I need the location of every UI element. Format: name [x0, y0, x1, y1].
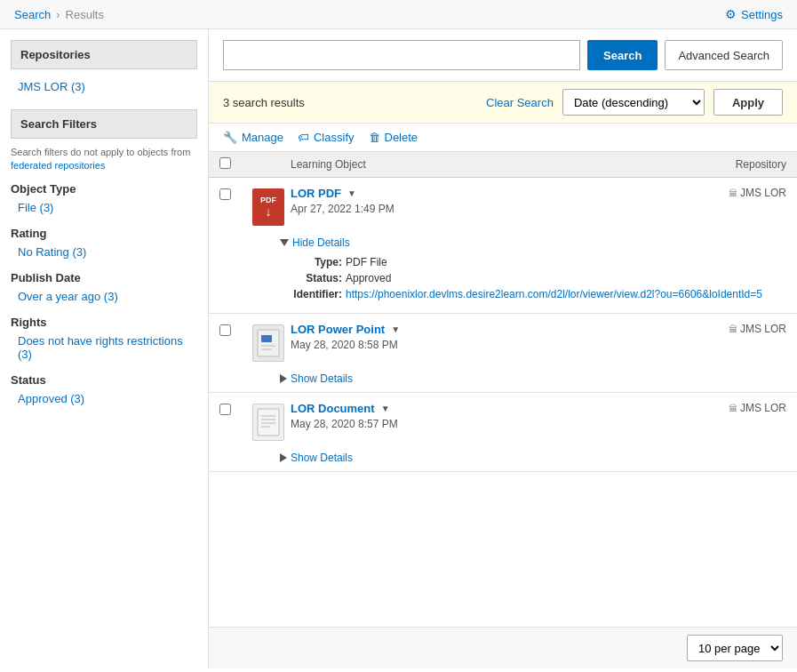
detail-status-row: Status: Approved [280, 272, 786, 284]
result-repo-1: 🏛 JMS LOR [706, 187, 786, 199]
toolbar-row: 🔧 Manage 🏷 Classify 🗑 Delete [209, 124, 797, 152]
table-row: LOR Document ▼ May 28, 2020 8:57 PM 🏛 JM… [209, 393, 797, 472]
result-body-1: LOR PDF ▼ Apr 27, 2022 1:49 PM [291, 187, 706, 215]
repo-name-3: JMS LOR [740, 402, 786, 414]
classify-label: Classify [314, 131, 355, 144]
doc-icon [252, 404, 284, 441]
delete-label: Delete [385, 131, 418, 144]
table-row: LOR Power Point ▼ May 28, 2020 8:58 PM 🏛… [209, 314, 797, 393]
result-main-2: LOR Power Point ▼ May 28, 2020 8:58 PM 🏛… [209, 314, 797, 371]
search-button[interactable]: Search [587, 40, 658, 70]
table-row: PDF ↓ LOR PDF ▼ Apr 27, 2022 1:49 PM 🏛 [209, 178, 797, 314]
advanced-search-button[interactable]: Advanced Search [665, 40, 783, 70]
settings-label: Settings [741, 8, 783, 21]
repository-item-jms[interactable]: JMS LOR (3) [11, 76, 197, 97]
content-area: Search Advanced Search 3 search results … [209, 29, 797, 668]
wrench-icon: 🔧 [223, 131, 237, 144]
result-icon-1: PDF ↓ [246, 187, 291, 226]
footer-row: 10 per page 20 per page 50 per page [209, 627, 797, 668]
result-body-2: LOR Power Point ▼ May 28, 2020 8:58 PM [291, 323, 706, 351]
delete-button[interactable]: 🗑 Delete [369, 131, 418, 144]
result-title-3[interactable]: LOR Document [291, 402, 375, 415]
show-details-label-2: Show Details [291, 372, 353, 385]
header-object-col: Learning Object [291, 158, 706, 171]
rating-label: Rating [11, 227, 197, 240]
object-type-file[interactable]: File (3) [11, 197, 197, 218]
rating-no-rating[interactable]: No Rating (3) [11, 242, 197, 262]
details-section-1: Type: PDF File Status: Approved Identifi… [209, 256, 797, 313]
status-approved[interactable]: Approved (3) [11, 388, 197, 409]
clear-search[interactable]: Clear Search [486, 96, 554, 109]
publish-date-item[interactable]: Over a year ago (3) [11, 286, 197, 307]
repositories-section: Repositories JMS LOR (3) [11, 40, 197, 97]
result-date-1: Apr 27, 2022 1:49 PM [291, 203, 706, 215]
manage-button[interactable]: 🔧 Manage [223, 131, 283, 144]
filters-note: Search filters do not apply to objects f… [11, 146, 197, 173]
identifier-link[interactable]: https://phoenixlor.devlms.desire2learn.c… [346, 288, 762, 300]
top-bar: Search › Results ⚙ Settings [0, 0, 797, 29]
row-checkbox-2[interactable] [219, 323, 246, 339]
hide-details-label-1: Hide Details [292, 236, 350, 249]
result-main-3: LOR Document ▼ May 28, 2020 8:57 PM 🏛 JM… [209, 393, 797, 450]
result-date-3: May 28, 2020 8:57 PM [291, 418, 706, 430]
tag-icon: 🏷 [298, 131, 309, 144]
pdf-icon: PDF ↓ [252, 188, 284, 226]
header-checkbox-col [219, 157, 246, 172]
identifier-label: Identifier: [280, 288, 342, 300]
breadcrumb-search[interactable]: Search [14, 8, 51, 21]
dropdown-arrow-2[interactable]: ▼ [391, 324, 400, 334]
detail-identifier-row: Identifier: https://phoenixlor.devlms.de… [280, 288, 786, 300]
dropdown-arrow-3[interactable]: ▼ [381, 404, 390, 413]
svg-rect-1 [261, 335, 272, 342]
show-details-2[interactable]: Show Details [209, 371, 797, 392]
dropdown-arrow-1[interactable]: ▼ [347, 188, 356, 198]
federated-link[interactable]: federated repositories [11, 160, 105, 171]
hide-details-1[interactable]: Hide Details [209, 235, 797, 256]
triangle-right-icon-2 [280, 453, 287, 462]
results-table: PDF ↓ LOR PDF ▼ Apr 27, 2022 1:49 PM 🏛 [209, 178, 797, 627]
search-input[interactable] [223, 40, 580, 70]
gear-icon: ⚙ [725, 7, 737, 21]
repo-name-1: JMS LOR [740, 187, 786, 199]
rights-item[interactable]: Does not have rights restrictions (3) [11, 331, 197, 364]
checkbox-2[interactable] [219, 324, 231, 336]
checkbox-3[interactable] [219, 404, 231, 415]
repositories-title: Repositories [11, 40, 197, 69]
settings-link[interactable]: ⚙ Settings [725, 7, 783, 21]
svg-rect-0 [258, 330, 279, 356]
repo-icon-3: 🏛 [729, 404, 737, 413]
classify-button[interactable]: 🏷 Classify [298, 131, 355, 144]
checkbox-1[interactable] [219, 188, 231, 200]
result-title-2[interactable]: LOR Power Point [291, 323, 385, 336]
breadcrumb-separator: › [56, 8, 60, 21]
sort-select[interactable]: Date (descending) Date (ascending) Title… [562, 89, 705, 116]
show-details-3[interactable]: Show Details [209, 450, 797, 471]
result-title-1[interactable]: LOR PDF [291, 187, 341, 200]
apply-button[interactable]: Apply [713, 89, 783, 116]
trash-icon: 🗑 [369, 131, 380, 144]
row-checkbox-3[interactable] [219, 402, 246, 418]
filters-section: Search Filters Search filters do not app… [11, 109, 197, 409]
results-row: 3 search results Clear Search Date (desc… [209, 82, 797, 124]
detail-type-row: Type: PDF File [280, 256, 786, 268]
status-label: Status: [280, 272, 342, 284]
header-repo-col: Repository [706, 158, 786, 171]
status-value: Approved [346, 272, 391, 284]
rights-label: Rights [11, 316, 197, 329]
filters-title: Search Filters [11, 109, 197, 139]
show-details-label-3: Show Details [291, 452, 353, 464]
triangle-down-icon [280, 239, 289, 246]
per-page-select[interactable]: 10 per page 20 per page 50 per page [687, 635, 783, 661]
result-icon-3 [246, 402, 291, 441]
repo-icon-2: 🏛 [729, 324, 737, 334]
status-label: Status [11, 373, 197, 387]
breadcrumb: Search › Results [14, 8, 104, 21]
object-type-label: Object Type [11, 182, 197, 196]
select-all-checkbox[interactable] [219, 157, 231, 169]
breadcrumb-results: Results [66, 8, 104, 21]
result-repo-2: 🏛 JMS LOR [706, 323, 786, 335]
ppt-icon [252, 324, 284, 362]
manage-label: Manage [242, 131, 283, 144]
row-checkbox-1[interactable] [219, 187, 246, 203]
type-label: Type: [280, 256, 342, 268]
